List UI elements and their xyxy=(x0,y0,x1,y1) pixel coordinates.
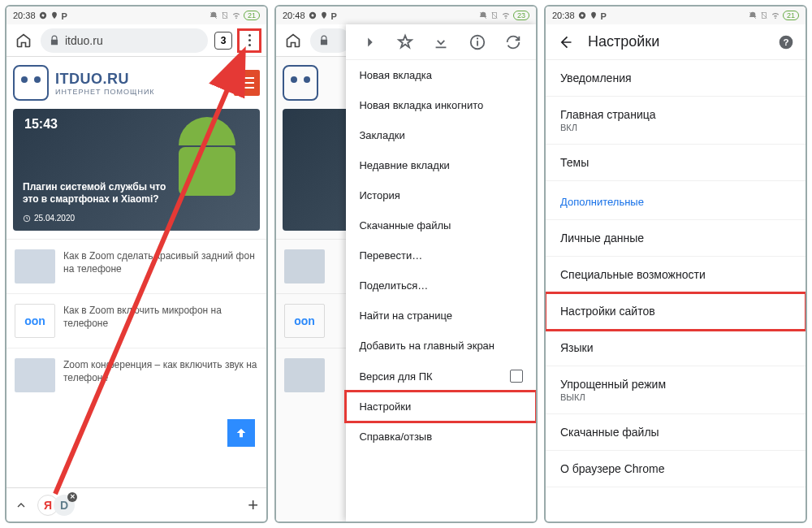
forward-icon[interactable] xyxy=(361,33,378,51)
menu-top-row xyxy=(346,24,536,60)
card-text: Как в Zoom сделать красивый задний фон н… xyxy=(63,249,258,275)
status-bar: 20:38 P 21 xyxy=(6,6,266,24)
url-text: itduo.ru xyxy=(65,34,103,47)
sitem-personal[interactable]: Личные данные xyxy=(546,220,806,257)
card-text: Как в Zoom включить микрофон на телефоне xyxy=(63,304,258,330)
battery-badge: 21 xyxy=(783,11,799,20)
home-icon[interactable] xyxy=(283,30,304,51)
menu-item-bookmarks[interactable]: Закладки xyxy=(346,120,536,150)
p-icon: P xyxy=(601,11,609,19)
sitem-themes[interactable]: Темы xyxy=(546,145,806,181)
wifi-icon xyxy=(502,11,510,19)
bottom-bar: Я D + xyxy=(6,487,266,522)
robot-logo-icon xyxy=(13,65,49,101)
do-not-disturb-icon xyxy=(479,11,487,19)
status-time: 20:38 xyxy=(13,11,36,20)
battery-badge: 23 xyxy=(513,11,529,20)
status-bar: 20:38 P 21 xyxy=(546,6,806,24)
menu-dots-button[interactable] xyxy=(239,30,260,51)
home-icon[interactable] xyxy=(13,30,34,51)
p-icon: P xyxy=(331,11,339,19)
sitem-lite[interactable]: Упрощенный режимВЫКЛ xyxy=(546,366,806,414)
wifi-icon xyxy=(232,11,240,19)
android-icon xyxy=(171,117,244,214)
status-time: 20:48 xyxy=(283,11,305,20)
add-button[interactable]: + xyxy=(248,495,258,516)
sitem-languages[interactable]: Языки xyxy=(546,330,806,366)
scroll-top-button[interactable] xyxy=(227,419,255,447)
location-icon xyxy=(320,11,328,19)
location-icon xyxy=(590,11,598,19)
page-content: ITDUO.RU ИНТЕРНЕТ ПОМОЩНИК 15:43 Плагин … xyxy=(6,57,266,487)
hero-card[interactable]: 15:43 Плагин системой службы что это в с… xyxy=(13,109,260,231)
lock-icon xyxy=(49,35,60,46)
download-icon[interactable] xyxy=(432,33,450,51)
info-icon[interactable] xyxy=(469,33,486,51)
card-text: Zoom конференция – как включить звук на … xyxy=(63,358,258,384)
menu-item-translate[interactable]: Перевести… xyxy=(346,240,536,270)
phone-2: 20:48 P 23 oon xyxy=(274,5,538,523)
yandex-chip[interactable]: Я D xyxy=(37,495,75,516)
menu-item-find[interactable]: Найти на странице xyxy=(346,301,536,331)
p-icon: P xyxy=(62,11,70,19)
sitem-about[interactable]: О браузере Chrome xyxy=(546,451,806,487)
article-card[interactable]: Как в Zoom сделать красивый задний фон н… xyxy=(6,239,266,293)
menu-item-help[interactable]: Справка/отзыв xyxy=(346,422,536,452)
menu-item-recent[interactable]: Недавние вкладки xyxy=(346,150,536,180)
robot-logo-icon xyxy=(283,65,318,101)
sitem-site-settings[interactable]: Настройки сайтов xyxy=(546,293,806,330)
wifi-icon xyxy=(771,11,780,19)
article-card[interactable]: Zoom конференция – как включить звук на … xyxy=(6,348,266,402)
svg-rect-9 xyxy=(477,41,478,45)
menu-item-share[interactable]: Поделиться… xyxy=(346,270,536,301)
menu-item-addhome[interactable]: Добавить на главный экран xyxy=(346,331,536,361)
checkbox-icon[interactable] xyxy=(510,370,523,383)
compass-icon xyxy=(309,11,317,19)
location-icon xyxy=(50,11,58,19)
hamburger-button[interactable] xyxy=(234,70,260,96)
menu-item-settings[interactable]: Настройки xyxy=(346,392,536,422)
site-subtitle: ИНТЕРНЕТ ПОМОЩНИК xyxy=(55,88,155,96)
hero-time: 15:43 xyxy=(24,117,58,132)
star-icon[interactable] xyxy=(396,33,414,51)
phone-1: 20:38 P 21 itduo.ru 3 xyxy=(5,5,268,523)
hero-title: Плагин системой службы что это в смартфо… xyxy=(23,181,171,206)
back-icon[interactable] xyxy=(557,34,573,50)
status-bar: 20:48 P 23 xyxy=(276,6,536,24)
article-card[interactable]: oon Как в Zoom включить микрофон на теле… xyxy=(6,293,266,348)
help-icon[interactable]: ? xyxy=(778,34,794,50)
no-sim-icon xyxy=(221,11,229,19)
no-sim-icon xyxy=(490,11,499,19)
menu-item-new-tab[interactable]: Новая вкладка xyxy=(346,60,536,90)
menu-item-desktop[interactable]: Версия для ПК xyxy=(346,361,536,392)
sitem-homepage[interactable]: Главная страницаВКЛ xyxy=(546,97,806,145)
clock-icon xyxy=(23,214,31,223)
menu-item-incognito[interactable]: Новая вкладка инкогнито xyxy=(346,90,536,120)
menu-item-history[interactable]: История xyxy=(346,180,536,210)
phone-3: 20:38 P 21 Настройки ? Уведомления Главн… xyxy=(544,5,807,523)
status-time: 20:38 xyxy=(552,11,575,20)
menu-list: Новая вкладка Новая вкладка инкогнито За… xyxy=(346,60,536,522)
site-name: ITDUO.RU xyxy=(55,71,155,88)
lock-icon xyxy=(318,35,330,46)
tab-count[interactable]: 3 xyxy=(214,32,232,50)
settings-title: Настройки xyxy=(588,33,659,50)
zoom-thumb-icon: oon xyxy=(15,304,55,338)
sitem-downloads[interactable]: Скачанные файлы xyxy=(546,414,806,451)
settings-list: Уведомления Главная страницаВКЛ Темы Доп… xyxy=(546,60,806,487)
sitem-notifications[interactable]: Уведомления xyxy=(546,60,806,97)
compass-icon xyxy=(39,11,47,19)
reload-icon[interactable] xyxy=(504,33,522,51)
compass-icon xyxy=(578,11,586,19)
sitem-accessibility[interactable]: Специальные возможности xyxy=(546,257,806,293)
menu-item-downloads[interactable]: Скачанные файлы xyxy=(346,210,536,240)
site-header: ITDUO.RU ИНТЕРНЕТ ПОМОЩНИК xyxy=(6,57,266,109)
overflow-menu: Новая вкладка Новая вкладка инкогнито За… xyxy=(346,24,536,522)
url-bar[interactable]: itduo.ru xyxy=(41,28,208,53)
chevron-up-icon[interactable] xyxy=(15,499,28,512)
hero-date: 25.04.2020 xyxy=(23,214,75,223)
svg-text:?: ? xyxy=(783,37,788,47)
browser-toolbar: itduo.ru 3 xyxy=(6,24,266,57)
battery-badge: 21 xyxy=(244,11,260,20)
url-bar[interactable] xyxy=(310,28,351,53)
